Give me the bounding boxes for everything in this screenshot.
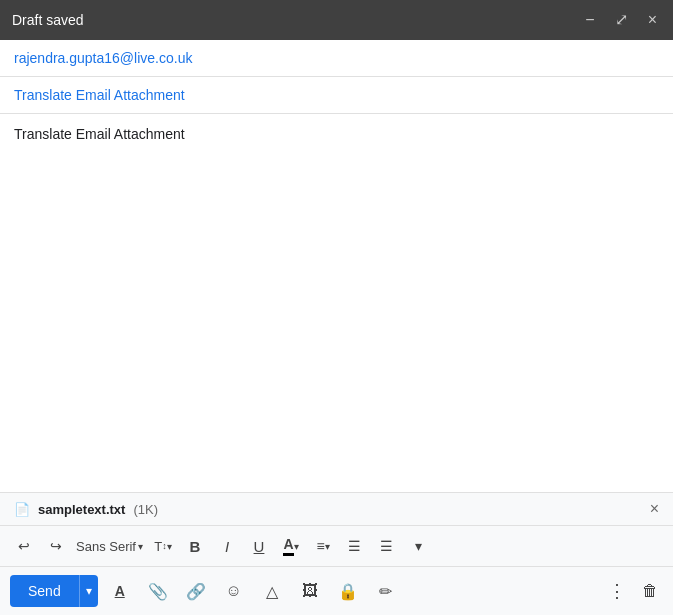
toggle-confidential-button[interactable]: 🔒 <box>332 575 364 607</box>
font-size-icon: T <box>154 539 162 554</box>
insert-emoji-button[interactable]: ☺ <box>218 575 250 607</box>
italic-icon: I <box>225 538 229 555</box>
to-address: rajendra.gupta16@live.co.uk <box>14 50 192 66</box>
attachment-name: sampletext.txt <box>38 502 125 517</box>
font-family-select[interactable]: Sans Serif ▾ <box>74 532 145 560</box>
font-size-button[interactable]: T↕ ▾ <box>149 532 177 560</box>
unordered-list-button[interactable]: ☰ <box>373 532 401 560</box>
confidential-icon: 🔒 <box>338 582 358 601</box>
insert-emoji-icon: ☺ <box>226 582 242 600</box>
align-dropdown-icon: ▾ <box>325 541 330 552</box>
to-field[interactable]: rajendra.gupta16@live.co.uk <box>0 40 673 77</box>
font-name: Sans Serif <box>76 539 136 554</box>
more-options-button[interactable]: ⋮ <box>603 575 631 607</box>
font-size-dropdown-icon: ▾ <box>167 541 172 552</box>
insert-link-icon: 🔗 <box>186 582 206 601</box>
close-button[interactable]: × <box>644 10 661 30</box>
attach-file-icon: 📎 <box>148 582 168 601</box>
ordered-list-icon: ☰ <box>348 538 361 554</box>
subject-text: Translate Email Attachment <box>14 87 185 103</box>
bold-button[interactable]: B <box>181 532 209 560</box>
attachment-size: (1K) <box>133 502 158 517</box>
more-options-icon: ⋮ <box>608 580 626 602</box>
undo-button[interactable]: ↩ <box>10 532 38 560</box>
align-button[interactable]: ≡ ▾ <box>309 532 337 560</box>
body-text: Translate Email Attachment <box>14 126 185 142</box>
insert-photo-icon: 🖼 <box>302 582 318 600</box>
send-button[interactable]: Send <box>10 575 79 607</box>
ordered-list-button[interactable]: ☰ <box>341 532 369 560</box>
delete-draft-button[interactable]: 🗑 <box>637 577 663 605</box>
underline-icon: U <box>254 538 265 555</box>
font-dropdown-icon: ▾ <box>138 541 143 552</box>
email-body[interactable]: Translate Email Attachment <box>0 114 673 492</box>
compose-body: rajendra.gupta16@live.co.uk Translate Em… <box>0 40 673 492</box>
compose-window: Draft saved − ⤢ × rajendra.gupta16@live.… <box>0 0 673 615</box>
title-bar: Draft saved − ⤢ × <box>0 0 673 40</box>
unordered-list-icon: ☰ <box>380 538 393 554</box>
format-text-button[interactable]: A <box>104 575 136 607</box>
italic-button[interactable]: I <box>213 532 241 560</box>
formatting-toolbar: ↩ ↪ Sans Serif ▾ T↕ ▾ B I U A ▾ ≡ ▾ <box>0 525 673 566</box>
send-dropdown-icon: ▾ <box>86 584 92 598</box>
attachment-bar: 📄 sampletext.txt (1K) × <box>0 492 673 525</box>
insert-signature-button[interactable]: ✏ <box>370 575 402 607</box>
expand-button[interactable]: ⤢ <box>611 10 632 30</box>
bold-icon: B <box>190 538 201 555</box>
insert-signature-icon: ✏ <box>379 582 392 601</box>
delete-icon: 🗑 <box>642 582 658 600</box>
minimize-button[interactable]: − <box>581 10 598 30</box>
window-title: Draft saved <box>12 12 84 28</box>
attachment-icon: 📄 <box>14 502 30 517</box>
more-formatting-icon: ▾ <box>415 538 422 554</box>
attachment-close-button[interactable]: × <box>650 501 659 517</box>
undo-icon: ↩ <box>18 538 30 554</box>
redo-button[interactable]: ↪ <box>42 532 70 560</box>
underline-button[interactable]: U <box>245 532 273 560</box>
insert-photo-button[interactable]: 🖼 <box>294 575 326 607</box>
insert-drive-button[interactable]: △ <box>256 575 288 607</box>
redo-icon: ↪ <box>50 538 62 554</box>
bottom-bar: Send ▾ A 📎 🔗 ☺ △ 🖼 🔒 ✏ ⋮ <box>0 566 673 615</box>
format-text-icon: A <box>115 583 125 599</box>
window-controls: − ⤢ × <box>581 10 661 30</box>
text-color-icon: A <box>283 536 293 556</box>
text-color-dropdown-icon: ▾ <box>294 541 299 552</box>
text-color-button[interactable]: A ▾ <box>277 532 305 560</box>
subject-field[interactable]: Translate Email Attachment <box>0 77 673 114</box>
align-icon: ≡ <box>316 538 324 554</box>
insert-drive-icon: △ <box>266 582 278 601</box>
insert-link-button[interactable]: 🔗 <box>180 575 212 607</box>
more-formatting-button[interactable]: ▾ <box>405 532 433 560</box>
send-dropdown-button[interactable]: ▾ <box>79 575 98 607</box>
attach-file-button[interactable]: 📎 <box>142 575 174 607</box>
send-button-group: Send ▾ <box>10 575 98 607</box>
